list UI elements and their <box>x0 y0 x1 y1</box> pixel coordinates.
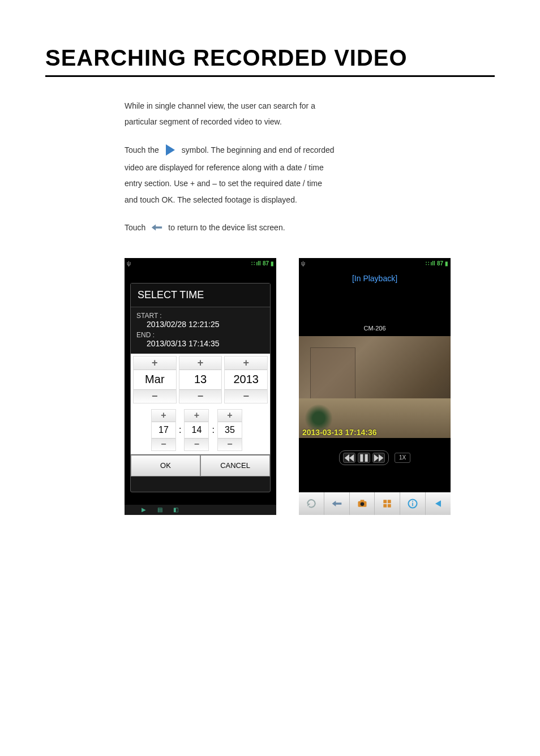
minus-icon[interactable]: − <box>185 438 208 450</box>
instr-line-6: and touch OK. The selected footage is di… <box>125 194 495 206</box>
back-arrow-icon <box>149 220 165 235</box>
svg-rect-0 <box>360 454 363 461</box>
instr-line-5: entry section. Use + and – to set the re… <box>125 177 495 190</box>
instr-line-7-post: to return to the device list screen. <box>168 221 285 234</box>
network-icon: ∷ <box>426 260 429 267</box>
time-colon: : <box>211 425 215 435</box>
start-value: 2013/02/28 12:21:25 <box>147 320 264 329</box>
plus-icon[interactable]: + <box>179 356 222 370</box>
plus-icon[interactable]: + <box>134 356 176 370</box>
svg-point-3 <box>360 502 364 506</box>
instr-line-2: particular segment of recorded video to … <box>125 115 495 128</box>
select-time-dialog: SELECT TIME START : 2013/02/28 12:21:25 … <box>130 283 271 492</box>
plus-icon[interactable]: + <box>218 410 242 422</box>
plus-icon[interactable]: + <box>225 356 267 370</box>
svg-rect-5 <box>384 500 387 503</box>
svg-rect-10 <box>412 502 413 506</box>
bottom-toolbar <box>299 492 451 515</box>
signal-icon: ıll <box>256 260 261 267</box>
minute-spinner[interactable]: + 14 − <box>184 409 209 451</box>
minus-icon[interactable]: − <box>218 438 242 450</box>
svg-rect-7 <box>384 504 387 508</box>
toolbar-play-icon: ▶ <box>142 506 152 513</box>
date-spinner-row: + Mar − + 13 − + 2013 − <box>131 354 270 406</box>
fast-forward-button[interactable] <box>372 453 385 463</box>
status-bar: ψ ∷ ıll 87 ▮ <box>125 258 276 269</box>
day-value: 13 <box>179 370 222 389</box>
end-value: 2013/03/13 17:14:35 <box>147 339 264 348</box>
svg-rect-4 <box>360 500 364 501</box>
year-value: 2013 <box>225 370 267 389</box>
pause-button[interactable] <box>358 453 370 463</box>
usb-icon: ψ <box>127 260 131 267</box>
page-title: SEARCHING RECORDED VIDEO <box>45 45 495 77</box>
instr-line-7-pre: Touch <box>125 221 145 234</box>
grid-button[interactable] <box>375 492 400 515</box>
plus-icon[interactable]: + <box>185 410 208 422</box>
instr-line-3-post: symbol. The beginning and end of recorde… <box>182 144 335 156</box>
play-icon <box>162 142 178 158</box>
network-icon: ∷ <box>251 260 255 267</box>
dialog-title: SELECT TIME <box>131 284 270 307</box>
minute-value: 14 <box>185 422 208 438</box>
plus-icon[interactable]: + <box>152 410 175 422</box>
instructions-block: While in single channel view, the user c… <box>125 100 495 235</box>
info-button[interactable] <box>400 492 426 515</box>
svg-rect-8 <box>388 504 391 508</box>
toolbar-icon: ◧ <box>173 506 183 513</box>
month-spinner[interactable]: + Mar − <box>133 356 177 403</box>
camera-label: CM-206 <box>299 325 451 332</box>
instr-line-4: video are displayed for reference along … <box>125 161 495 174</box>
dialog-button-row: OK CANCEL <box>131 454 270 476</box>
usb-icon: ψ <box>301 260 305 267</box>
end-label: END : <box>136 331 264 339</box>
refresh-button[interactable] <box>299 492 324 515</box>
cancel-button[interactable]: CANCEL <box>200 455 270 476</box>
playback-timestamp: 2013-03-13 17:14:36 <box>302 428 377 437</box>
rewind-button[interactable] <box>343 453 355 463</box>
month-value: Mar <box>134 370 176 389</box>
toolbar-icon: ▤ <box>157 506 168 513</box>
battery-icon: ▮ <box>445 260 448 267</box>
minus-icon[interactable]: − <box>152 438 175 450</box>
back-button[interactable] <box>324 492 350 515</box>
transport-controls: 1X <box>299 450 451 465</box>
camera-button[interactable] <box>350 492 375 515</box>
battery-level: 87 <box>437 260 443 267</box>
hour-spinner[interactable]: + 17 − <box>151 409 176 451</box>
minus-icon[interactable]: − <box>225 389 267 403</box>
minus-icon[interactable]: − <box>134 389 176 403</box>
minus-icon[interactable]: − <box>179 389 222 403</box>
phone-screenshot-select-time: ψ ∷ ıll 87 ▮ SELECT TIME START : 2013/02… <box>125 258 276 515</box>
start-label: START : <box>136 312 264 320</box>
svg-rect-11 <box>412 501 413 502</box>
svg-rect-6 <box>388 500 391 503</box>
battery-icon: ▮ <box>271 260 274 267</box>
signal-icon: ıll <box>431 260 435 267</box>
playback-speed[interactable]: 1X <box>395 453 410 463</box>
time-spinner-row: + 17 − : + 14 − : + 35 − <box>131 406 270 454</box>
hour-value: 17 <box>152 422 175 438</box>
ok-button[interactable]: OK <box>131 455 200 476</box>
year-spinner[interactable]: + 2013 − <box>224 356 268 403</box>
background-toolbar: ▶ ▤ ◧ <box>125 505 276 515</box>
time-colon: : <box>178 425 182 435</box>
instr-line-1: While in single channel view, the user c… <box>125 100 495 112</box>
transport-group <box>339 450 389 465</box>
status-bar: ψ ∷ ıll 87 ▮ <box>299 258 451 269</box>
instr-line-3-pre: Touch the <box>125 144 159 156</box>
video-frame[interactable] <box>299 336 451 438</box>
second-spinner[interactable]: + 35 − <box>217 409 242 451</box>
reverse-play-button[interactable] <box>426 492 451 515</box>
phone-screenshot-playback: ψ ∷ ıll 87 ▮ [In Playback] CM-206 2013-0… <box>299 258 451 515</box>
battery-level: 87 <box>263 260 269 267</box>
svg-rect-1 <box>365 454 368 461</box>
dialog-body: START : 2013/02/28 12:21:25 END : 2013/0… <box>131 307 270 354</box>
playback-header: [In Playback] <box>299 269 451 287</box>
day-spinner[interactable]: + 13 − <box>179 356 222 403</box>
screenshots-row: ψ ∷ ıll 87 ▮ SELECT TIME START : 2013/02… <box>125 258 495 515</box>
second-value: 35 <box>218 422 242 438</box>
